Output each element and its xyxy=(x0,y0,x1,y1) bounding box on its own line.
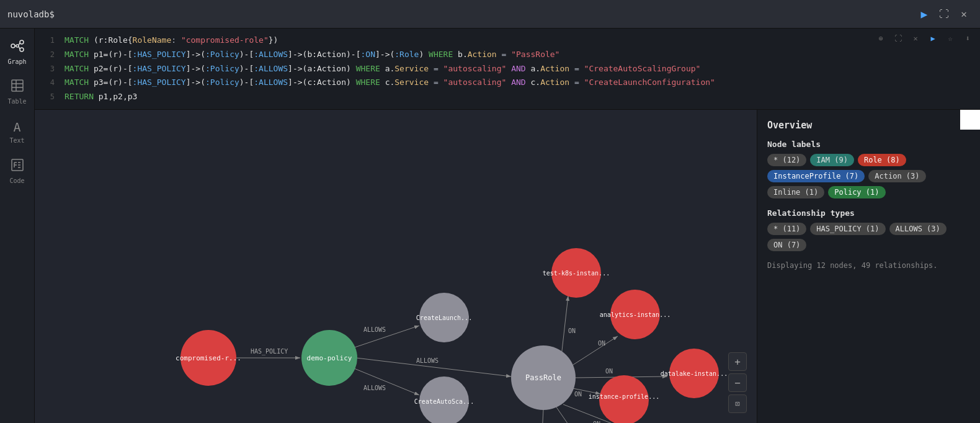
node-labels-tags: * (12) IAM (9) Role (8) InstanceProfile … xyxy=(767,154,970,198)
svg-rect-7 xyxy=(12,80,23,91)
svg-point-1 xyxy=(20,40,24,44)
tag-instanceprofile[interactable]: InstanceProfile (7) xyxy=(767,170,865,182)
svg-text:CreateLaunch...: CreateLaunch... xyxy=(416,314,472,321)
editor-download-button[interactable]: ⬇ xyxy=(960,31,975,46)
query-line-1: 1 MATCH (r:Role{RoleName: "compromised-r… xyxy=(35,33,980,48)
tag-policy[interactable]: Policy (1) xyxy=(828,186,885,198)
tag-rel-on[interactable]: ON (7) xyxy=(767,239,806,251)
line-num-2: 2 xyxy=(42,49,55,61)
overview-stats: Displaying 12 nodes, 49 relationships. xyxy=(767,261,970,270)
query-line-5: 5 RETURN p1,p2,p3 xyxy=(35,90,980,104)
tag-iam[interactable]: IAM (9) xyxy=(810,154,854,166)
editor-toolbar: ⊕ ⛶ ✕ ▶ ☆ ⬇ xyxy=(873,31,975,46)
svg-text:ON: ON xyxy=(574,391,582,398)
tag-role[interactable]: Role (8) xyxy=(858,154,906,166)
svg-text:PassRole: PassRole xyxy=(525,373,561,382)
svg-line-5 xyxy=(19,43,20,45)
query-line-2: 2 MATCH p1=(r)-[:HAS_POLICY]->(:Policy)-… xyxy=(35,48,980,62)
sidebar-item-graph-label: Graph xyxy=(7,58,26,65)
tag-rel-all[interactable]: * (11) xyxy=(767,223,806,235)
sidebar-item-graph[interactable]: Graph xyxy=(2,33,32,71)
editor-expand-button[interactable]: ⛶ xyxy=(891,31,906,46)
line-code-3: MATCH p2=(r)-[:HAS_POLICY]->(:Policy)-[:… xyxy=(65,63,700,76)
query-line-4: 4 MATCH p3=(r)-[:HAS_POLICY]->(:Policy)-… xyxy=(35,76,980,90)
query-editor: ⊕ ⛶ ✕ ▶ ☆ ⬇ 1 MATCH (r:Role{RoleName: "c… xyxy=(35,29,980,110)
line-code-2: MATCH p1=(r)-[:HAS_POLICY]->(:Policy)-[:… xyxy=(65,48,559,61)
editor-close-button[interactable]: ✕ xyxy=(908,31,923,46)
svg-text:analytics-instan...: analytics-instan... xyxy=(600,311,670,318)
content-area: ⊕ ⛶ ✕ ▶ ☆ ⬇ 1 MATCH (r:Role{RoleName: "c… xyxy=(35,29,980,423)
main-layout: Graph Table A Text xyxy=(0,29,980,423)
tag-inline[interactable]: Inline (1) xyxy=(767,186,824,198)
svg-point-0 xyxy=(11,44,15,48)
title-run-button[interactable]: ▶ xyxy=(915,6,933,23)
graph-svg: HAS_POLICY ALLOWS ALLOWS ALLOWS ON xyxy=(35,110,757,423)
corner-box xyxy=(960,110,980,130)
sidebar-item-text[interactable]: A Text xyxy=(2,113,32,150)
editor-pin-button[interactable]: ⊕ xyxy=(873,31,888,46)
svg-text:ON: ON xyxy=(598,340,605,347)
tag-rel-allows[interactable]: ALLOWS (3) xyxy=(889,223,947,235)
svg-text:ON: ON xyxy=(605,368,613,375)
svg-line-29 xyxy=(569,336,618,367)
sidebar-item-table-label: Table xyxy=(7,98,26,105)
editor-run-button[interactable]: ▶ xyxy=(925,31,940,46)
svg-text:demo-policy: demo-policy xyxy=(307,354,352,362)
svg-line-39 xyxy=(540,409,543,423)
line-num-4: 4 xyxy=(42,77,55,89)
svg-text:CreateAutoSca...: CreateAutoSca... xyxy=(414,398,474,405)
tag-action[interactable]: Action (3) xyxy=(868,170,925,182)
svg-text:instance-profile...: instance-profile... xyxy=(589,393,659,400)
zoom-fit-button[interactable]: ⊡ xyxy=(728,394,747,413)
svg-line-6 xyxy=(19,47,20,49)
graph-canvas[interactable]: HAS_POLICY ALLOWS ALLOWS ALLOWS ON xyxy=(35,110,757,423)
relationship-types-tags: * (11) HAS_POLICY (1) ALLOWS (3) ON (7) xyxy=(767,223,970,251)
zoom-out-button[interactable]: − xyxy=(728,373,747,392)
line-num-1: 1 xyxy=(42,35,55,47)
query-lines: 1 MATCH (r:Role{RoleName: "compromised-r… xyxy=(35,29,980,109)
sidebar-item-table[interactable]: Table xyxy=(2,73,32,110)
svg-text:ALLOWS: ALLOWS xyxy=(363,326,386,333)
svg-text:test-k8s-instan...: test-k8s-instan... xyxy=(543,270,610,277)
line-code-4: MATCH p3=(r)-[:HAS_POLICY]->(:Policy)-[:… xyxy=(65,76,715,89)
svg-text:ALLOWS: ALLOWS xyxy=(416,357,439,364)
table-icon xyxy=(11,79,24,96)
line-num-3: 3 xyxy=(42,63,55,75)
sidebar: Graph Table A Text xyxy=(0,29,35,423)
graph-view: HAS_POLICY ALLOWS ALLOWS ALLOWS ON xyxy=(35,110,980,423)
svg-text:HAS_POLICY: HAS_POLICY xyxy=(251,348,288,355)
overview-title: Overview xyxy=(767,120,970,131)
tag-rel-haspolicy[interactable]: HAS_POLICY (1) xyxy=(810,223,885,235)
svg-text:datalake-instan...: datalake-instan... xyxy=(661,370,728,377)
sidebar-item-code[interactable]: Code xyxy=(2,153,32,190)
title-expand-button[interactable]: ⛶ xyxy=(935,6,953,23)
svg-rect-11 xyxy=(12,159,23,171)
sidebar-item-text-label: Text xyxy=(9,137,24,144)
sidebar-item-code-label: Code xyxy=(9,177,24,184)
line-num-5: 5 xyxy=(42,91,55,103)
line-code-5: RETURN p1,p2,p3 xyxy=(65,91,137,104)
title-close-button[interactable]: ✕ xyxy=(955,6,973,23)
svg-text:ON: ON xyxy=(593,421,600,423)
zoom-in-button[interactable]: + xyxy=(728,352,747,371)
line-code-1: MATCH (r:Role{RoleName: "compromised-rol… xyxy=(65,34,278,47)
code-icon xyxy=(11,158,24,175)
query-line-3: 3 MATCH p2=(r)-[:HAS_POLICY]->(:Policy)-… xyxy=(35,62,980,76)
overview-panel: Overview Node labels * (12) IAM (9) Role… xyxy=(757,110,980,423)
title-text: nuvoladb$ xyxy=(7,9,913,19)
svg-text:ALLOWS: ALLOWS xyxy=(363,385,386,391)
node-labels-title: Node labels xyxy=(767,140,970,149)
title-bar: nuvoladb$ ▶ ⛶ ✕ xyxy=(0,0,980,29)
svg-point-2 xyxy=(20,48,24,51)
text-icon: A xyxy=(13,120,20,135)
tag-all[interactable]: * (12) xyxy=(767,154,806,166)
editor-star-button[interactable]: ☆ xyxy=(943,31,958,46)
graph-icon xyxy=(11,39,24,56)
zoom-controls: + − ⊡ xyxy=(728,352,747,413)
svg-text:compromised-r...: compromised-r... xyxy=(176,354,241,362)
svg-text:ON: ON xyxy=(568,327,576,334)
relationship-types-title: Relationship types xyxy=(767,208,970,218)
